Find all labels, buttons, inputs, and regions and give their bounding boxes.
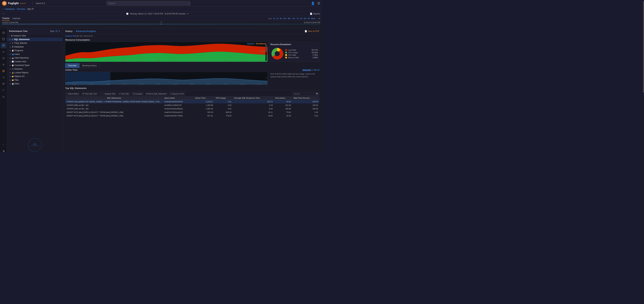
svg-text:19:30: 19:30 bbox=[72, 60, 76, 62]
tree-node-locked-objects[interactable]: ▶ 🔒 Locked Objects bbox=[7, 71, 62, 74]
shortcut-3m[interactable]: 3m bbox=[300, 17, 302, 19]
select-metric-label: Select Metric bbox=[68, 93, 79, 95]
timeline-ruler[interactable] bbox=[2, 23, 320, 25]
view-sql-btn[interactable]: 👁 View SQL Text bbox=[81, 92, 98, 95]
tops-expand-icon[interactable]: ▼ bbox=[58, 30, 60, 32]
shortcut-24h[interactable]: 24h bbox=[283, 17, 286, 19]
col-header-active-time[interactable]: Active Time bbox=[194, 96, 214, 100]
tab-timeline[interactable]: Timeline bbox=[2, 16, 10, 20]
nav-icon-10[interactable] bbox=[1, 94, 6, 99]
nav-icon-7[interactable] bbox=[1, 74, 6, 80]
table-row[interactable]: INSERT INTO [dbo].[ORDL1] SELECT * FROM … bbox=[65, 111, 320, 114]
tree-node-command-types[interactable]: ▶ 📋 Command Types bbox=[7, 63, 62, 67]
col-header-hash[interactable]: Query Hash bbox=[163, 96, 194, 100]
nav-icon-2[interactable] bbox=[1, 43, 6, 48]
select-metric-btn[interactable]: ○ Select Metric bbox=[65, 92, 80, 95]
breakdown-link[interactable]: Breakdown bbox=[256, 43, 266, 45]
date-range-text[interactable]: Monday, March 13, 2023 7:28:46 PM - 8:28… bbox=[130, 12, 186, 15]
baseline-link[interactable]: Baseline bbox=[247, 43, 254, 45]
shortcut-48h[interactable]: 48h bbox=[288, 17, 291, 19]
tab-blocking-history[interactable]: Blocking History bbox=[79, 63, 100, 68]
search-bar-container: ⌕ bbox=[106, 1, 190, 5]
disks-icon: 💾 bbox=[12, 83, 14, 85]
col-header-cpu[interactable]: CPU Usage bbox=[214, 96, 233, 100]
col-header-avg-response[interactable]: Average SQL Response Time bbox=[233, 96, 274, 100]
shortcut-more[interactable]: More bbox=[311, 17, 315, 19]
view-pdf-button[interactable]: 📄 View as PDF bbox=[304, 30, 320, 32]
analyze-plan-btn[interactable]: ⋮⋮ Analyze Plan bbox=[99, 92, 117, 95]
drill-btn[interactable]: ⊕ Drill to SQL Statement bbox=[145, 92, 168, 95]
reports-button[interactable]: 📄 Reports bbox=[310, 12, 320, 15]
tree-node-client-machines[interactable]: ▶ 💻 Client Machines bbox=[7, 56, 62, 60]
inner-bc-instance[interactable]: Instance View bbox=[65, 35, 77, 37]
date-expand-icon[interactable]: ▼ bbox=[187, 12, 189, 15]
shortcut-4h[interactable]: 4h bbox=[276, 17, 278, 19]
shortcut-7d[interactable]: 7d bbox=[296, 17, 298, 19]
tree-node-context-infos[interactable]: ▶ 📊 Context Infos bbox=[7, 60, 62, 63]
right-content: History | Advanced Analytics 📄 View as P… bbox=[62, 28, 322, 152]
tops-value[interactable]: 25 bbox=[56, 30, 58, 32]
collapse-icon-btn[interactable]: ◀ bbox=[1, 148, 6, 152]
node-label-sessions: Sessions bbox=[14, 68, 23, 70]
export-btn[interactable]: ⇓ Export to CSV bbox=[169, 92, 185, 95]
nav-icon-1[interactable] bbox=[1, 36, 6, 42]
table-wrap[interactable]: SQL Statements Query Hash Active Time CP… bbox=[65, 96, 320, 152]
shortcut-72h[interactable]: 72h bbox=[292, 17, 295, 19]
timeline-cursor[interactable] bbox=[161, 23, 162, 25]
table-row[interactable]: UPDATE [dbo].[BANK] SET [BANK_NAME] = LT… bbox=[65, 100, 320, 104]
tune-sql-btn[interactable]: ≡ Tune SQL bbox=[118, 92, 130, 95]
table-row[interactable]: UPDATE [BB] set [B] = @1 0xc882b7cef6551… bbox=[65, 104, 320, 107]
active-time-chart[interactable]: 19:30 19:35 19:40 19:45 19:50 19:55 20:0… bbox=[65, 72, 268, 85]
shortcut-6m[interactable]: 6m bbox=[304, 17, 306, 19]
table-search-input[interactable] bbox=[292, 92, 320, 95]
hamburger-menu-icon[interactable]: ☰ bbox=[318, 1, 320, 5]
table-row[interactable]: UPDATE [AA] set [A] = @1 0x182e291e8cd05… bbox=[65, 107, 320, 111]
nav-icon-3[interactable] bbox=[1, 49, 6, 55]
tree-node-programs[interactable]: ▶ 📋 Programs bbox=[7, 49, 62, 52]
nav-icon-bottom1[interactable]: – bbox=[1, 142, 6, 147]
table-row[interactable]: INSERT INTO [dbo].[ORDL3] SELECT * FROM … bbox=[65, 114, 320, 118]
node-label-objects-io: Objects I/O bbox=[14, 75, 24, 78]
tree-scroll[interactable]: ▼ 🖥 Instance View ▶ 🗒 SQL Statements ▶ 🗒… bbox=[7, 34, 62, 135]
tree-node-users[interactable]: ▶ 👥 Users bbox=[7, 52, 62, 56]
tab-overview[interactable]: Overview bbox=[65, 63, 79, 68]
top10-link[interactable]: Top 10 bbox=[313, 69, 320, 71]
tree-node-databases[interactable]: ▶ 🗄 Databases bbox=[7, 45, 62, 49]
chart-controls: Baseline | Breakdown bbox=[247, 43, 266, 45]
tree-node-instance-view[interactable]: ▼ 🖥 Instance View bbox=[7, 34, 62, 38]
history-tabs-bar: History | Advanced Analytics 📄 View as P… bbox=[62, 28, 322, 34]
timeline-scroll-right[interactable]: ▶ bbox=[319, 17, 320, 19]
resource-breakdown-panel: Resource Breakdown bbox=[269, 42, 320, 62]
shortcut-all[interactable]: All bbox=[308, 17, 310, 19]
tree-node-objects-io[interactable]: ▶ 📂 Objects I/O bbox=[7, 74, 62, 78]
selected-link[interactable]: Selected bbox=[302, 69, 311, 71]
tree-node-files[interactable]: ▶ 📁 Files bbox=[7, 78, 62, 82]
tab-calendar[interactable]: Calendar bbox=[12, 17, 20, 20]
shortcut-8h[interactable]: 8h bbox=[280, 17, 282, 19]
nav-icon-4[interactable] bbox=[1, 55, 6, 61]
chart-scrollbar[interactable] bbox=[266, 43, 267, 61]
tree-node-disks[interactable]: ▶ 💾 Disks bbox=[7, 82, 62, 86]
col-header-wait-pct[interactable]: Wait Time Percent bbox=[292, 96, 320, 100]
user-icon[interactable]: 👤 bbox=[311, 1, 315, 5]
nav-icon-8[interactable] bbox=[1, 81, 6, 87]
breadcrumb-databases[interactable]: Databases bbox=[5, 8, 15, 10]
nav-icon-9[interactable] bbox=[1, 87, 6, 93]
tree-node-sql-statements[interactable]: ▶ 🗒 SQL Statements bbox=[7, 38, 62, 41]
svg-text:19:35: 19:35 bbox=[89, 60, 93, 62]
nav-icon-5[interactable] bbox=[1, 62, 6, 67]
col-header-sql[interactable]: SQL Statements bbox=[65, 96, 163, 100]
tree-node-sessions[interactable]: ▶ 🔌 Sessions bbox=[7, 67, 62, 71]
cell-executions: 241.00 bbox=[274, 104, 292, 107]
col-header-executions[interactable]: Executions bbox=[274, 96, 292, 100]
shortcut-1h[interactable]: 1h bbox=[273, 17, 275, 19]
search-input[interactable] bbox=[106, 1, 190, 5]
resource-consumption-chart[interactable]: Baseline | Breakdown seconds bbox=[65, 42, 268, 62]
tab-advanced-analytics[interactable]: Advanced Analytics bbox=[76, 30, 96, 32]
tab-history[interactable]: History bbox=[65, 30, 72, 32]
compare-btn[interactable]: ⊡ Compare bbox=[132, 92, 144, 95]
nav-icon-6[interactable] bbox=[1, 68, 6, 74]
breadcrumb-overview[interactable]: Overview bbox=[17, 8, 25, 10]
tree-node-tsql[interactable]: ▶ 🗒 TSQL Batches bbox=[7, 41, 62, 45]
home-icon-btn[interactable] bbox=[1, 30, 6, 36]
